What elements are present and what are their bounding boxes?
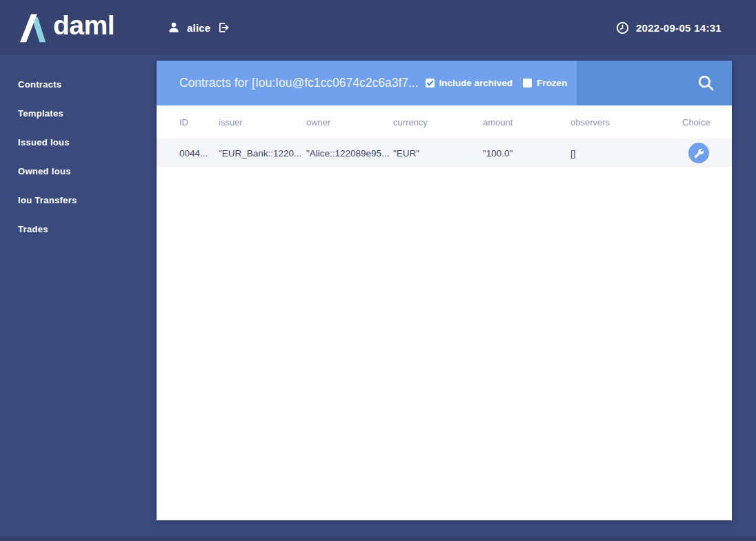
column-header-choice: Choice <box>682 117 735 127</box>
logo-text: daml <box>53 10 115 41</box>
contracts-table: ID issuer owner currency amount observer… <box>157 105 732 167</box>
sidebar-item-owned-ious[interactable]: Owned Ious <box>0 156 157 185</box>
logout-button[interactable] <box>217 21 230 34</box>
cell-currency: "EUR" <box>393 148 483 159</box>
contract-row[interactable]: 0044... "EUR_Bank::1220... "Alice::12208… <box>157 139 732 167</box>
sidebar-item-label: Iou Transfers <box>18 195 77 205</box>
choice-button[interactable] <box>688 143 709 163</box>
contracts-header-left: Contracts for [Iou:Iou@fc1cc0674c2c6a3f7… <box>157 61 577 105</box>
sidebar-item-label: Contracts <box>18 79 61 90</box>
timestamp: 2022-09-05 14:31 <box>636 22 722 34</box>
bottom-edge <box>0 537 756 541</box>
column-header-currency[interactable]: currency <box>393 117 483 127</box>
sign-out-icon <box>217 21 230 34</box>
cell-observers: [] <box>570 148 682 159</box>
ledger-time: 2022-09-05 14:31 <box>616 21 722 34</box>
contracts-header: Contracts for [Iou:Iou@fc1cc0674c2c6a3f7… <box>157 61 732 105</box>
filter-options: Include archived Frozen <box>426 78 568 88</box>
column-header-id[interactable]: ID <box>157 117 219 127</box>
daml-logo-icon <box>15 12 47 43</box>
column-header-issuer[interactable]: issuer <box>219 117 306 127</box>
sidebar-item-contracts[interactable]: Contracts <box>0 70 157 99</box>
column-header-owner[interactable]: owner <box>306 117 393 127</box>
user-name: alice <box>187 22 210 34</box>
cell-amount: "100.0" <box>483 148 570 159</box>
sidebar-item-label: Templates <box>18 108 63 119</box>
column-header-amount[interactable]: amount <box>483 117 570 127</box>
checkbox-unchecked-box[interactable] <box>523 79 532 88</box>
sidebar: Contracts Templates Issued Ious Owned Io… <box>0 55 157 243</box>
cell-owner: "Alice::122089e95... <box>306 148 393 159</box>
contracts-panel: Contracts for [Iou:Iou@fc1cc0674c2c6a3f7… <box>157 61 732 520</box>
page-title: Contracts for [Iou:Iou@fc1cc0674c2c6a3f7… <box>179 76 419 90</box>
sidebar-item-trades[interactable]: Trades <box>0 214 157 243</box>
topbar: daml alice 2022-09-05 14:31 <box>0 0 756 55</box>
table-header-row: ID issuer owner currency amount observer… <box>157 105 732 139</box>
user-block: alice <box>168 21 230 34</box>
frozen-checkbox[interactable]: Frozen <box>523 78 567 88</box>
sidebar-item-issued-ious[interactable]: Issued Ious <box>0 127 157 156</box>
cell-choice <box>682 143 732 163</box>
sidebar-item-iou-transfers[interactable]: Iou Transfers <box>0 185 157 214</box>
clock-icon <box>616 21 629 34</box>
sidebar-item-label: Owned Ious <box>18 166 71 176</box>
user-icon <box>168 21 180 34</box>
column-header-observers[interactable]: observers <box>570 117 682 127</box>
cell-id: 0044... <box>157 148 219 159</box>
checkbox-checked-box[interactable] <box>426 79 435 88</box>
sidebar-item-label: Issued Ious <box>18 137 70 147</box>
include-archived-label: Include archived <box>439 78 513 88</box>
include-archived-checkbox[interactable]: Include archived <box>426 78 513 88</box>
sidebar-item-label: Trades <box>18 224 48 234</box>
cell-issuer: "EUR_Bank::1220... <box>219 148 306 159</box>
check-icon <box>426 79 434 87</box>
wrench-icon <box>694 148 704 159</box>
daml-logo: daml <box>15 12 157 43</box>
sidebar-item-templates[interactable]: Templates <box>0 99 157 127</box>
search-icon[interactable] <box>697 74 715 92</box>
search-bar[interactable] <box>577 61 732 105</box>
frozen-label: Frozen <box>537 78 567 88</box>
